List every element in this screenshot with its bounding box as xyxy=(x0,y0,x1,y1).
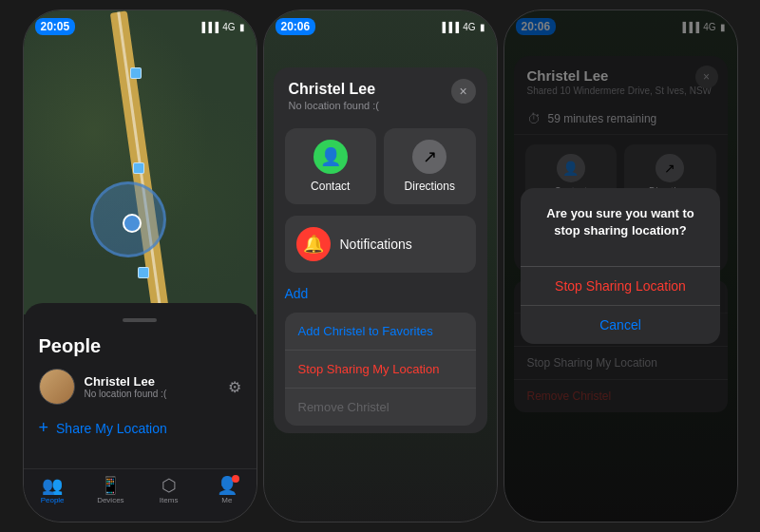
screen2: 20:06 ▐▐▐ 4G ▮ Christel Lee No location … xyxy=(263,10,498,522)
notification-badge xyxy=(232,475,239,483)
alert-title: Are you sure you want to stop sharing lo… xyxy=(536,205,705,239)
contact-icon: 👤 xyxy=(314,140,348,174)
notifications-section[interactable]: 🔔 Notifications xyxy=(285,216,476,273)
add-link[interactable]: Add xyxy=(274,276,487,305)
tab-devices-label: Devices xyxy=(97,496,124,504)
map-node-1 xyxy=(130,67,142,79)
screen3: 20:06 ▐▐▐ 4G ▮ Christel Lee Shared 10 Wi… xyxy=(504,10,738,522)
map-node-2 xyxy=(133,162,144,174)
tab-me-label: Me xyxy=(221,496,232,504)
tab-items[interactable]: ⬡ Items xyxy=(140,477,198,504)
action-buttons-row: 👤 Contact ↗ Directions xyxy=(274,121,487,212)
status-bar-2: 20:06 ▐▐▐ 4G ▮ xyxy=(264,10,497,37)
person-detail: No location found :( xyxy=(85,389,167,399)
remove-button[interactable]: Remove Christel xyxy=(285,389,476,426)
people-title: People xyxy=(39,335,241,357)
status-icons-2: ▐▐▐ 4G ▮ xyxy=(439,22,485,32)
signal-icon-2: ▐▐▐ xyxy=(439,22,459,32)
status-bar-1: 20:05 ▐▐▐ 4G ▮ xyxy=(24,10,256,37)
map-view[interactable]: 20:05 ▐▐▐ 4G ▮ xyxy=(24,10,256,314)
alert-overlay: Are you sure you want to stop sharing lo… xyxy=(504,10,737,522)
status-time-2: 20:06 xyxy=(276,18,316,35)
map-node-3 xyxy=(138,267,149,278)
add-to-favorites-button[interactable]: Add Christel to Favorites xyxy=(285,313,476,351)
screen1: 20:05 ▐▐▐ 4G ▮ People Christel Lee No lo… xyxy=(23,10,257,522)
map-pin xyxy=(123,214,142,233)
notification-row: 🔔 Notifications xyxy=(296,227,465,261)
tab-people[interactable]: 👥 People xyxy=(24,477,82,504)
tab-bar: 👥 People 📱 Devices ⬡ Items 👤 Me xyxy=(24,468,256,522)
contact-button[interactable]: 👤 Contact xyxy=(285,128,377,204)
network-label-1: 4G xyxy=(222,22,235,32)
directions-icon: ↗ xyxy=(412,140,446,174)
network-label-2: 4G xyxy=(463,22,475,32)
status-icons-1: ▐▐▐ 4G ▮ xyxy=(199,22,245,32)
cancel-alert-button[interactable]: Cancel xyxy=(521,306,720,344)
people-tab-icon: 👥 xyxy=(42,477,63,494)
battery-icon-2: ▮ xyxy=(480,22,485,32)
tab-items-label: Items xyxy=(160,496,179,504)
stop-sharing-confirm-button[interactable]: Stop Sharing Location xyxy=(521,267,720,306)
directions-label: Directions xyxy=(405,180,455,193)
modal-close-button[interactable]: × xyxy=(451,79,476,104)
tab-me[interactable]: 👤 Me xyxy=(198,477,256,504)
modal-person-sublabel: No location found :( xyxy=(289,100,472,111)
notification-icon: 🔔 xyxy=(296,227,331,261)
modal-sheet: Christel Lee No location found :( × 👤 Co… xyxy=(274,67,487,433)
person-row[interactable]: Christel Lee No location found :( ⚙ xyxy=(39,369,241,405)
items-tab-icon: ⬡ xyxy=(162,477,177,494)
stop-sharing-button[interactable]: Stop Sharing My Location xyxy=(285,351,476,389)
tab-devices[interactable]: 📱 Devices xyxy=(82,477,140,504)
gear-icon[interactable]: ⚙ xyxy=(228,378,241,396)
person-name: Christel Lee xyxy=(85,374,167,389)
person-info: Christel Lee No location found :( xyxy=(85,374,167,399)
share-location-label: Share My Location xyxy=(56,421,167,436)
share-location-row[interactable]: + Share My Location xyxy=(39,418,241,438)
devices-tab-icon: 📱 xyxy=(100,477,121,494)
contact-label: Contact xyxy=(311,180,350,193)
plus-icon: + xyxy=(39,418,49,438)
me-tab-icon: 👤 xyxy=(217,477,238,494)
drag-handle[interactable] xyxy=(123,318,157,322)
person-avatar xyxy=(39,369,75,405)
alert-body: Are you sure you want to stop sharing lo… xyxy=(521,188,720,266)
battery-icon-1: ▮ xyxy=(239,22,245,32)
directions-button[interactable]: ↗ Directions xyxy=(384,128,476,204)
status-time-1: 20:05 xyxy=(35,18,76,35)
notification-label: Notifications xyxy=(340,237,412,252)
options-list: Add Christel to Favorites Stop Sharing M… xyxy=(285,313,476,426)
signal-icon-1: ▐▐▐ xyxy=(199,22,218,32)
modal-header: Christel Lee No location found :( × xyxy=(274,67,487,121)
modal-person-name: Christel Lee xyxy=(289,81,472,98)
screens-container: 20:05 ▐▐▐ 4G ▮ People Christel Lee No lo… xyxy=(0,0,760,532)
alert-dialog: Are you sure you want to stop sharing lo… xyxy=(521,188,720,344)
tab-people-label: People xyxy=(41,496,65,504)
